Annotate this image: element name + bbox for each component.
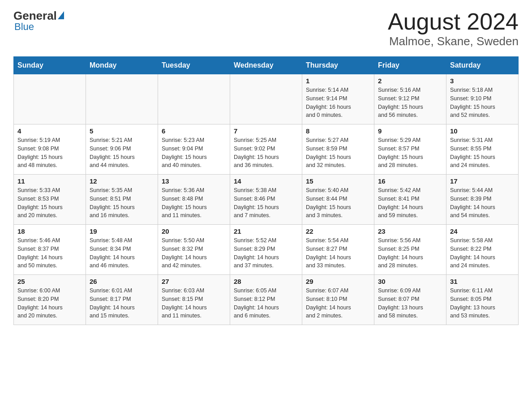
calendar-cell: 12Sunrise: 5:35 AM Sunset: 8:51 PM Dayli… [86,175,158,225]
calendar-cell: 7Sunrise: 5:25 AM Sunset: 9:02 PM Daylig… [230,124,302,175]
day-info: Sunrise: 5:50 AM Sunset: 8:32 PM Dayligh… [162,236,226,270]
day-info: Sunrise: 5:36 AM Sunset: 8:48 PM Dayligh… [162,186,226,220]
column-header-friday: Friday [374,57,446,74]
page-title: August 2024 [388,9,519,34]
day-info: Sunrise: 5:38 AM Sunset: 8:46 PM Dayligh… [234,186,298,220]
logo: General Blue [13,9,64,33]
calendar-cell: 13Sunrise: 5:36 AM Sunset: 8:48 PM Dayli… [158,175,230,225]
day-info: Sunrise: 5:27 AM Sunset: 8:59 PM Dayligh… [306,136,370,170]
day-info: Sunrise: 5:35 AM Sunset: 8:51 PM Dayligh… [90,186,154,220]
day-number: 30 [378,278,442,285]
day-info: Sunrise: 5:52 AM Sunset: 8:29 PM Dayligh… [234,236,298,270]
day-number: 8 [306,127,370,135]
calendar-cell: 19Sunrise: 5:48 AM Sunset: 8:34 PM Dayli… [86,225,158,275]
calendar-cell: 30Sunrise: 6:09 AM Sunset: 8:07 PM Dayli… [374,275,446,325]
calendar-cell: 31Sunrise: 6:11 AM Sunset: 8:05 PM Dayli… [446,275,519,325]
day-number: 25 [17,278,82,285]
calendar-cell [86,74,158,124]
calendar-cell: 4Sunrise: 5:19 AM Sunset: 9:08 PM Daylig… [14,124,86,175]
calendar-cell: 29Sunrise: 6:07 AM Sunset: 8:10 PM Dayli… [302,275,374,325]
calendar-cell: 17Sunrise: 5:44 AM Sunset: 8:39 PM Dayli… [446,175,519,225]
page-subtitle: Malmoe, Skane, Sweden [388,34,519,48]
calendar-cell: 27Sunrise: 6:03 AM Sunset: 8:15 PM Dayli… [158,275,230,325]
day-info: Sunrise: 5:56 AM Sunset: 8:25 PM Dayligh… [378,236,442,270]
calendar-cell: 18Sunrise: 5:46 AM Sunset: 8:37 PM Dayli… [14,225,86,275]
calendar-cell: 24Sunrise: 5:58 AM Sunset: 8:22 PM Dayli… [446,225,519,275]
day-info: Sunrise: 6:07 AM Sunset: 8:10 PM Dayligh… [306,287,370,320]
column-header-thursday: Thursday [302,57,374,74]
calendar-table: SundayMondayTuesdayWednesdayThursdayFrid… [13,56,519,325]
day-number: 13 [162,177,226,185]
calendar-cell: 25Sunrise: 6:00 AM Sunset: 8:20 PM Dayli… [14,275,86,325]
title-block: August 2024 Malmoe, Skane, Sweden [388,9,519,48]
calendar-week-row: 4Sunrise: 5:19 AM Sunset: 9:08 PM Daylig… [14,124,519,175]
day-number: 26 [90,278,154,285]
day-number: 1 [306,77,370,85]
calendar-cell: 23Sunrise: 5:56 AM Sunset: 8:25 PM Dayli… [374,225,446,275]
day-info: Sunrise: 6:05 AM Sunset: 8:12 PM Dayligh… [234,287,298,320]
calendar-cell: 20Sunrise: 5:50 AM Sunset: 8:32 PM Dayli… [158,225,230,275]
day-info: Sunrise: 5:40 AM Sunset: 8:44 PM Dayligh… [306,186,370,220]
day-info: Sunrise: 6:09 AM Sunset: 8:07 PM Dayligh… [378,287,442,320]
day-info: Sunrise: 5:44 AM Sunset: 8:39 PM Dayligh… [450,186,515,220]
day-number: 11 [17,177,82,185]
day-info: Sunrise: 6:03 AM Sunset: 8:15 PM Dayligh… [162,287,226,320]
day-info: Sunrise: 6:11 AM Sunset: 8:05 PM Dayligh… [450,287,515,320]
calendar-cell [158,74,230,124]
day-number: 4 [17,127,82,135]
day-info: Sunrise: 5:25 AM Sunset: 9:02 PM Dayligh… [234,136,298,170]
calendar-week-row: 25Sunrise: 6:00 AM Sunset: 8:20 PM Dayli… [14,275,519,325]
day-number: 31 [450,278,515,285]
day-number: 9 [378,127,442,135]
calendar-header-row: SundayMondayTuesdayWednesdayThursdayFrid… [14,57,519,74]
calendar-cell: 3Sunrise: 5:18 AM Sunset: 9:10 PM Daylig… [446,74,519,124]
column-header-tuesday: Tuesday [158,57,230,74]
day-info: Sunrise: 5:42 AM Sunset: 8:41 PM Dayligh… [378,186,442,220]
page-header: General Blue August 2024 Malmoe, Skane, … [13,9,519,48]
day-info: Sunrise: 5:48 AM Sunset: 8:34 PM Dayligh… [90,236,154,270]
calendar-week-row: 18Sunrise: 5:46 AM Sunset: 8:37 PM Dayli… [14,225,519,275]
calendar-cell [230,74,302,124]
day-number: 28 [234,278,298,285]
column-header-wednesday: Wednesday [230,57,302,74]
day-number: 17 [450,177,515,185]
calendar-cell: 5Sunrise: 5:21 AM Sunset: 9:06 PM Daylig… [86,124,158,175]
calendar-cell: 14Sunrise: 5:38 AM Sunset: 8:46 PM Dayli… [230,175,302,225]
day-info: Sunrise: 5:58 AM Sunset: 8:22 PM Dayligh… [450,236,515,270]
day-number: 21 [234,227,298,235]
day-info: Sunrise: 6:01 AM Sunset: 8:17 PM Dayligh… [90,287,154,320]
day-info: Sunrise: 5:16 AM Sunset: 9:12 PM Dayligh… [378,86,442,120]
day-number: 3 [450,77,515,85]
day-info: Sunrise: 5:21 AM Sunset: 9:06 PM Dayligh… [90,136,154,170]
day-number: 10 [450,127,515,135]
day-number: 22 [306,227,370,235]
day-number: 14 [234,177,298,185]
calendar-cell: 15Sunrise: 5:40 AM Sunset: 8:44 PM Dayli… [302,175,374,225]
calendar-cell: 21Sunrise: 5:52 AM Sunset: 8:29 PM Dayli… [230,225,302,275]
calendar-week-row: 1Sunrise: 5:14 AM Sunset: 9:14 PM Daylig… [14,74,519,124]
calendar-cell: 11Sunrise: 5:33 AM Sunset: 8:53 PM Dayli… [14,175,86,225]
calendar-cell: 8Sunrise: 5:27 AM Sunset: 8:59 PM Daylig… [302,124,374,175]
day-info: Sunrise: 5:19 AM Sunset: 9:08 PM Dayligh… [17,136,82,170]
logo-arrow-icon [58,11,64,19]
day-number: 20 [162,227,226,235]
day-number: 5 [90,127,154,135]
day-number: 24 [450,227,515,235]
day-number: 29 [306,278,370,285]
calendar-cell: 2Sunrise: 5:16 AM Sunset: 9:12 PM Daylig… [374,74,446,124]
calendar-cell: 22Sunrise: 5:54 AM Sunset: 8:27 PM Dayli… [302,225,374,275]
calendar-cell: 28Sunrise: 6:05 AM Sunset: 8:12 PM Dayli… [230,275,302,325]
calendar-week-row: 11Sunrise: 5:33 AM Sunset: 8:53 PM Dayli… [14,175,519,225]
day-number: 18 [17,227,82,235]
logo-blue-text: Blue [14,21,34,33]
day-number: 27 [162,278,226,285]
day-info: Sunrise: 5:23 AM Sunset: 9:04 PM Dayligh… [162,136,226,170]
day-number: 7 [234,127,298,135]
day-number: 6 [162,127,226,135]
day-info: Sunrise: 5:31 AM Sunset: 8:55 PM Dayligh… [450,136,515,170]
day-number: 23 [378,227,442,235]
calendar-cell: 10Sunrise: 5:31 AM Sunset: 8:55 PM Dayli… [446,124,519,175]
day-info: Sunrise: 6:00 AM Sunset: 8:20 PM Dayligh… [17,287,82,320]
day-number: 19 [90,227,154,235]
day-number: 2 [378,77,442,85]
